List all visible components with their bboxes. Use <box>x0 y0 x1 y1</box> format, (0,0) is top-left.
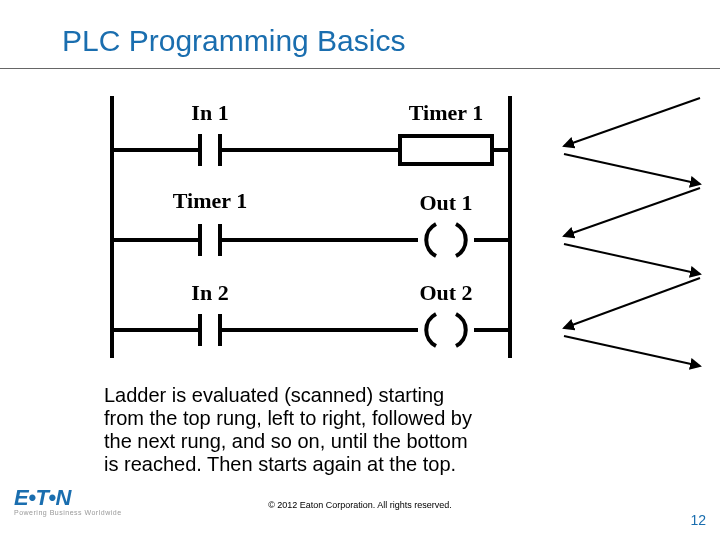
arrow-icon <box>564 188 700 236</box>
title-divider <box>0 68 720 69</box>
rung-3-input-label: In 2 <box>191 280 228 305</box>
rung-2: Timer 1 Out 1 <box>112 188 510 256</box>
rung-3: In 2 Out 2 <box>112 280 510 346</box>
logo-tagline: Powering Business Worldwide <box>14 509 122 516</box>
arrow-icon <box>564 154 700 184</box>
page-title: PLC Programming Basics <box>62 24 405 58</box>
arrow-icon <box>564 336 700 366</box>
scan-arrows <box>560 96 710 376</box>
coil-icon <box>426 224 436 256</box>
rung-1-output-label: Timer 1 <box>409 100 483 125</box>
page-number: 12 <box>690 512 706 528</box>
arrow-icon <box>564 98 700 146</box>
ladder-diagram: In 1 Timer 1 Timer 1 Out 1 In 2 Out 2 <box>100 90 540 370</box>
coil-icon <box>426 314 436 346</box>
rung-1-input-label: In 1 <box>191 100 228 125</box>
rung-2-input-label: Timer 1 <box>173 188 247 213</box>
timer-box-icon <box>400 136 492 164</box>
copyright-text: © 2012 Eaton Corporation. All rights res… <box>0 500 720 510</box>
rung-2-output-label: Out 1 <box>419 190 472 215</box>
slide: PLC Programming Basics In 1 Timer 1 Tim <box>0 0 720 540</box>
arrow-icon <box>564 244 700 274</box>
arrow-icon <box>564 278 700 328</box>
rung-3-output-label: Out 2 <box>419 280 472 305</box>
caption-text: Ladder is evaluated (scanned) starting f… <box>104 384 474 476</box>
rung-1: In 1 Timer 1 <box>112 100 510 166</box>
